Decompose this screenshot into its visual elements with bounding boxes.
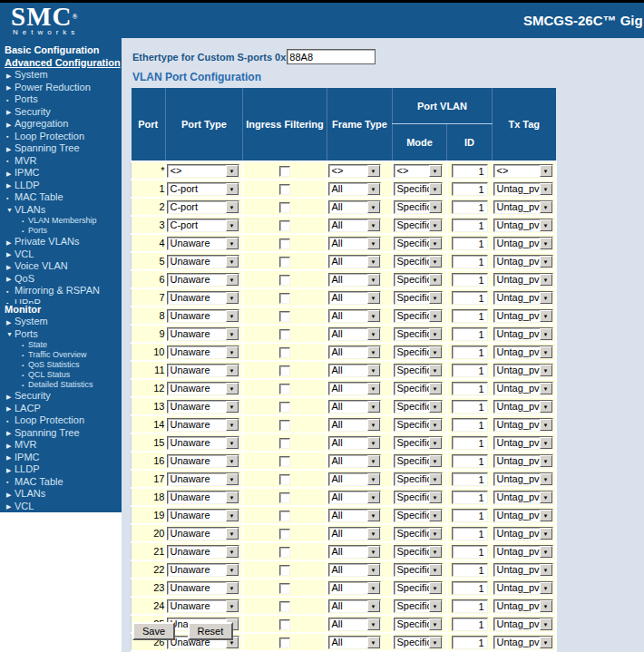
tx-tag-select[interactable]: Untag_pvid▼	[493, 454, 553, 468]
port-type-select[interactable]: Unaware▼	[167, 291, 239, 305]
port-vlan-id-input[interactable]	[452, 219, 488, 232]
sidebar-item-vlans[interactable]: ▼VLANs	[0, 204, 122, 217]
port-type-select[interactable]: C-port▼	[167, 200, 239, 214]
tx-tag-select[interactable]: Untag_pvid▼	[493, 618, 553, 631]
sidebar-item-ipmc[interactable]: ▶IPMC	[0, 452, 122, 464]
port-vlan-mode-select[interactable]: Specific▼	[394, 563, 443, 577]
port-type-select[interactable]: Unaware▼	[167, 436, 239, 450]
sidebar-item-mvr[interactable]: ▪MVR	[0, 155, 122, 168]
sidebar-item-mac-table[interactable]: ▪MAC Table	[0, 191, 122, 204]
frame-type-select[interactable]: All▼	[328, 418, 381, 432]
port-vlan-id-input[interactable]	[452, 581, 488, 595]
port-vlan-mode-select[interactable]: Specific▼	[394, 581, 443, 595]
sidebar-section-basic-configuration[interactable]: Basic Configuration	[0, 44, 122, 57]
ingress-filtering-checkbox[interactable]	[279, 184, 290, 195]
tx-tag-select[interactable]: Untag_pvid▼	[493, 599, 553, 613]
frame-type-select[interactable]: All▼	[328, 327, 381, 341]
port-type-select[interactable]: Unaware▼	[167, 237, 239, 250]
frame-type-select[interactable]: All▼	[328, 636, 381, 649]
save-button[interactable]: Save	[132, 622, 175, 640]
ingress-filtering-checkbox[interactable]	[279, 220, 290, 231]
port-vlan-mode-select[interactable]: Specific▼	[394, 309, 443, 323]
port-vlan-mode-select[interactable]: Specific▼	[394, 418, 443, 432]
port-vlan-id-input[interactable]	[452, 273, 488, 287]
sidebar-item-system[interactable]: ▶System	[0, 316, 122, 328]
tx-tag-select[interactable]: Untag_pvid▼	[493, 327, 553, 341]
port-type-select[interactable]: C-port▼	[167, 182, 239, 196]
ingress-filtering-checkbox[interactable]	[279, 257, 290, 268]
tx-tag-select[interactable]: Untag_pvid▼	[493, 200, 553, 214]
ingress-filtering-checkbox[interactable]	[279, 637, 290, 648]
ingress-filtering-checkbox[interactable]	[279, 347, 290, 358]
port-type-select[interactable]: Unaware▼	[167, 599, 239, 613]
port-vlan-id-input[interactable]	[452, 364, 488, 377]
tx-tag-select[interactable]: Untag_pvid▼	[493, 291, 553, 305]
ingress-filtering-checkbox[interactable]	[279, 438, 290, 449]
tx-tag-select[interactable]: Untag_pvid▼	[493, 509, 553, 522]
sidebar-item-detailed-statistics[interactable]: ▪Detailed Statistics	[0, 380, 122, 390]
port-vlan-mode-select[interactable]: Specific▼	[394, 291, 443, 305]
sidebar-item-upnp[interactable]: ▪UPnP	[0, 297, 122, 304]
port-vlan-mode-select[interactable]: Specific▼	[394, 509, 443, 522]
tx-tag-select[interactable]: Untag_pvid▼	[493, 309, 553, 323]
port-vlan-mode-select[interactable]: Specific▼	[394, 454, 443, 468]
ethertype-input[interactable]	[287, 49, 376, 64]
ingress-filtering-checkbox[interactable]	[279, 565, 290, 576]
port-vlan-id-input[interactable]	[452, 327, 488, 341]
port-vlan-mode-select[interactable]: Specific▼	[394, 472, 443, 486]
port-vlan-id-input[interactable]	[452, 182, 488, 196]
port-type-select[interactable]: Unaware▼	[167, 400, 239, 414]
ingress-filtering-checkbox[interactable]	[279, 311, 290, 322]
sidebar-item-voice-vlan[interactable]: ▶Voice VLAN	[0, 260, 122, 273]
frame-type-select[interactable]: All▼	[328, 400, 381, 414]
ingress-filtering-checkbox[interactable]	[279, 275, 290, 286]
sidebar-item-loop-protection[interactable]: ▪Loop Protection	[0, 414, 122, 427]
sidebar-item-state[interactable]: ▪State	[0, 340, 122, 350]
ingress-filtering-checkbox[interactable]	[279, 529, 290, 540]
ingress-filtering-checkbox[interactable]	[279, 511, 290, 521]
port-vlan-mode-select[interactable]: Specific▼	[394, 255, 443, 268]
sidebar-item-spanning-tree[interactable]: ▶Spanning Tree	[0, 427, 122, 440]
tx-tag-select[interactable]: Untag_pvid▼	[493, 273, 553, 287]
port-vlan-mode-select[interactable]: Specific▼	[394, 345, 443, 359]
port-vlan-id-input[interactable]	[452, 527, 488, 540]
port-vlan-id-input[interactable]	[452, 454, 488, 468]
ingress-filtering-checkbox[interactable]	[279, 365, 290, 376]
tx-tag-select[interactable]: Untag_pvid▼	[493, 382, 553, 395]
ingress-filtering-checkbox[interactable]	[279, 402, 290, 413]
sidebar-item-qos-statistics[interactable]: ▪QoS Statistics	[0, 360, 122, 370]
sidebar-item-vcl[interactable]: ▶VCL	[0, 501, 122, 513]
sidebar-item-qcl-status[interactable]: ▪QCL Status	[0, 370, 122, 380]
sidebar-item-lldp[interactable]: ▶LLDP	[0, 463, 122, 476]
ingress-filtering-checkbox[interactable]	[279, 456, 290, 467]
ingress-filtering-checkbox[interactable]	[279, 384, 290, 394]
sidebar-item-aggregation[interactable]: ▶Aggregation	[0, 118, 122, 131]
port-type-select[interactable]: Unaware▼	[167, 364, 239, 377]
sidebar-item-security[interactable]: ▶Security	[0, 106, 122, 119]
port-type-select[interactable]: Unaware▼	[167, 309, 239, 323]
tx-tag-select[interactable]: Untag_pvid▼	[493, 219, 553, 232]
port-vlan-id-input[interactable]	[452, 200, 488, 214]
frame-type-select[interactable]: All▼	[328, 472, 381, 486]
port-type-select[interactable]: Unaware▼	[167, 418, 239, 432]
sidebar-item-ipmc[interactable]: ▶IPMC	[0, 167, 122, 180]
tx-tag-select[interactable]: Untag_pvid▼	[493, 491, 553, 504]
frame-type-select[interactable]: All▼	[328, 382, 381, 395]
port-vlan-mode-select[interactable]: Specific▼	[394, 364, 443, 377]
ingress-filtering-checkbox[interactable]	[279, 619, 290, 630]
sidebar-item-private-vlans[interactable]: ▶Private VLANs	[0, 236, 122, 248]
port-vlan-mode-select[interactable]: Specific▼	[394, 219, 443, 232]
frame-type-select[interactable]: All▼	[328, 200, 381, 214]
tx-tag-select[interactable]: Untag_pvid▼	[493, 527, 553, 540]
port-vlan-mode-select[interactable]: Specific▼	[394, 200, 443, 214]
tx-tag-select[interactable]: Untag_pvid▼	[493, 255, 553, 268]
port-type-select[interactable]: Unaware▼	[167, 255, 239, 268]
ingress-filtering-checkbox[interactable]	[279, 202, 290, 213]
port-vlan-mode-select[interactable]: <>▼	[394, 164, 443, 178]
sidebar-section-monitor[interactable]: Monitor	[0, 304, 122, 316]
sidebar-item-mirroring-rspan[interactable]: ▪Mirroring & RSPAN	[0, 285, 122, 297]
port-vlan-id-input[interactable]	[452, 382, 488, 395]
port-vlan-id-input[interactable]	[452, 418, 488, 432]
port-vlan-id-input[interactable]	[452, 636, 488, 649]
port-type-select[interactable]: C-port▼	[167, 219, 239, 232]
